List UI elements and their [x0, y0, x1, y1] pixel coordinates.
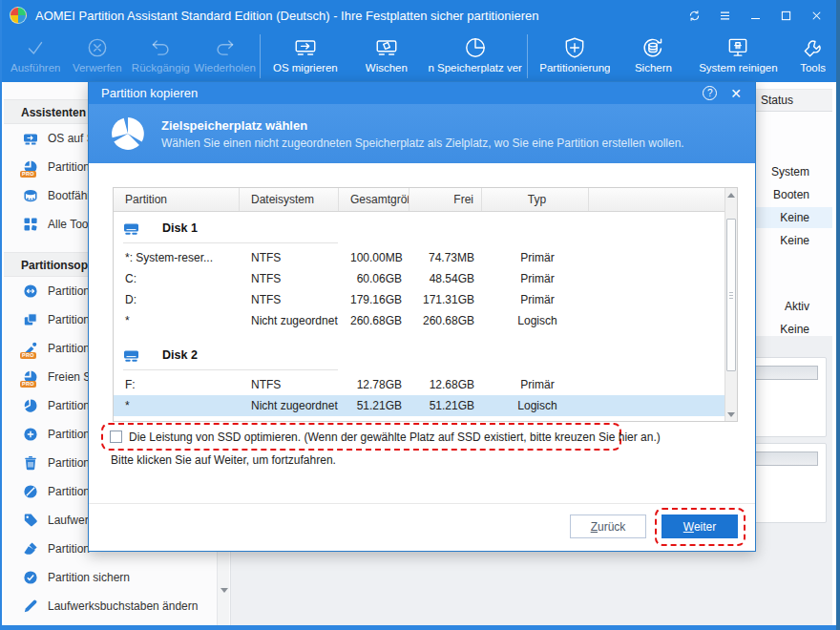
- scroll-down-arrow-icon[interactable]: [220, 588, 228, 593]
- disk-icon: [123, 220, 151, 237]
- toolbar-button-wipe-disk[interactable]: Wischen: [348, 31, 425, 82]
- sidebar-item-label: Partition: [48, 542, 90, 556]
- scroll-down-arrow-icon[interactable]: [725, 408, 737, 421]
- pro-badge: PRO: [20, 171, 36, 178]
- partition-row[interactable]: *Nicht zugeordnet51.21GB51.21GBLogisch: [114, 395, 724, 416]
- delete-icon: [23, 455, 38, 471]
- scroll-up-arrow-icon[interactable]: [725, 188, 737, 201]
- menu-icon[interactable]: [714, 5, 735, 26]
- toolbar-button-migrate-os[interactable]: OS migrieren: [262, 31, 348, 82]
- toolbar-separator: [260, 34, 261, 78]
- sidebar-item-label: Laufwerksbuchstaben ändern: [48, 599, 198, 613]
- partition-cell: Nicht zugeordnet: [240, 399, 339, 412]
- sidebar-item-change-letter[interactable]: Laufwerksbuchstaben ändern: [4, 592, 230, 620]
- dialog-step-subtitle: Wählen Sie einen nicht zugeordneten Spei…: [161, 136, 684, 150]
- partition-row[interactable]: *Nicht zugeordnet260.68GB260.68GBLogisch: [114, 310, 724, 331]
- undo-icon: [148, 33, 173, 62]
- partition-cell: Primär: [482, 378, 589, 391]
- refresh-icon[interactable]: [683, 5, 704, 26]
- sidebar-item-label: Partition: [48, 313, 90, 326]
- sidebar-item-label: Partition: [48, 399, 90, 412]
- partition-cell: 100.00MB: [339, 251, 410, 264]
- pie-chart-icon: [110, 116, 146, 152]
- window-title: AOMEI Partition Assistant Standard Editi…: [35, 9, 538, 23]
- disk-group-row: Disk 2: [114, 339, 724, 364]
- window-bottom-border: [2, 625, 836, 630]
- partition-cell: *: System-reser...: [114, 251, 240, 264]
- toolbar-button-discard: Verwerfen: [66, 31, 129, 82]
- partition-row[interactable]: C:NTFS60.06GB48.54GBPrimär: [114, 268, 724, 289]
- sidebar-item-label: Partition: [48, 485, 90, 498]
- sidebar-item-label: Freien S: [48, 370, 91, 384]
- free-space-icon: PRO: [23, 369, 38, 385]
- group-divider: [123, 242, 338, 243]
- column-header-frei[interactable]: Frei: [410, 188, 482, 211]
- back-button[interactable]: Zurück: [570, 514, 646, 538]
- pro-badge: PRO: [20, 381, 36, 388]
- sidebar-item-backup-pie[interactable]: Partition sichern: [4, 563, 230, 592]
- status-value: Keine: [780, 323, 809, 336]
- scrollbar-thumb[interactable]: [726, 219, 736, 371]
- partition-cell: *: [114, 314, 240, 327]
- toolbar-button-tools-wrench[interactable]: Tools: [789, 31, 836, 82]
- toolbar-button-label: Partitionierung: [539, 62, 610, 74]
- change-letter-icon: [23, 598, 38, 614]
- partition-cell: 60.06GB: [339, 272, 410, 285]
- partition-cell: Primär: [482, 293, 589, 306]
- toolbar-separator: [527, 34, 528, 78]
- wipe-disk-icon: [374, 33, 399, 62]
- toolbar-button-shield-plus[interactable]: Partitionierung: [530, 31, 620, 82]
- toolbar-button-pie-clock[interactable]: n Speicherplatz ver: [425, 31, 526, 82]
- toolbar-button-label: Wischen: [366, 62, 408, 74]
- partition-cell: 260.68GB: [339, 314, 410, 327]
- toolbar-button-execute-check: Ausführen: [6, 31, 66, 82]
- partition-cell: 12.78GB: [339, 378, 410, 391]
- toolbar-button-label: Verwerfen: [73, 62, 122, 74]
- sidebar-item-label: Partition: [48, 342, 90, 355]
- partition-cell: 51.21GB: [339, 399, 410, 412]
- partition-row[interactable]: D:NTFS179.16GB171.31GBPrimär: [114, 289, 724, 310]
- partition-cell: 179.16GB: [339, 293, 410, 306]
- pie-clock-icon: [463, 33, 488, 62]
- ssd-optimize-checkbox[interactable]: [110, 430, 122, 443]
- sidebar-item-label: Partition: [48, 456, 90, 470]
- column-header-typ[interactable]: Typ: [482, 188, 589, 211]
- merge-icon: [23, 312, 38, 327]
- toolbar-button-clean-system[interactable]: System reinigen: [687, 31, 790, 82]
- column-header-partition[interactable]: Partition: [114, 188, 240, 211]
- disk-name: Disk 2: [162, 348, 198, 362]
- partition-row[interactable]: F:NTFS12.78GB12.68GBPrimär: [114, 374, 724, 395]
- column-header-dateisystem[interactable]: Dateisystem: [240, 188, 339, 211]
- help-icon[interactable]: ?: [703, 86, 717, 100]
- minimize-icon[interactable]: [745, 5, 766, 26]
- os-ssd-icon: [23, 131, 38, 146]
- toolbar-button-backup-sync[interactable]: Sichern: [620, 31, 686, 82]
- sidebar-item-label: Partition: [48, 160, 90, 174]
- sidebar-item-label: Partition: [48, 428, 90, 441]
- resize-icon: [23, 284, 38, 299]
- partition-cell: Logisch: [482, 314, 589, 327]
- discard-icon: [85, 33, 110, 62]
- format-icon: [23, 484, 38, 499]
- partition-row[interactable]: *: System-reser...NTFS100.00MB74.73MBPri…: [114, 247, 724, 268]
- toolbar-button-label: Ausführen: [10, 62, 60, 74]
- drive-label-icon: [23, 513, 38, 528]
- window-controls: [683, 5, 836, 26]
- toolbar-button-label: System reinigen: [699, 62, 777, 74]
- copy-icon: [23, 398, 38, 413]
- maximize-icon[interactable]: [775, 5, 796, 26]
- pro-badge: PRO: [20, 352, 36, 359]
- status-value: Booten: [773, 188, 809, 201]
- sidebar-item-label: Partition: [48, 284, 90, 298]
- partition-cell: Primär: [482, 251, 589, 264]
- column-header-empty[interactable]: [589, 188, 737, 211]
- toolbar: AusführenVerwerfenRückgängigWiederholenO…: [2, 31, 836, 82]
- dialog-close-icon[interactable]: ✕: [730, 87, 742, 100]
- close-icon[interactable]: [806, 5, 827, 26]
- execute-check-icon: [23, 33, 48, 62]
- sidebar-item-label: Partition sichern: [48, 571, 130, 584]
- ssd-optimize-label[interactable]: Die Leistung von SSD optimieren. (Wenn d…: [129, 430, 661, 444]
- table-scrollbar[interactable]: [724, 188, 737, 421]
- partition-cell: 260.68GB: [410, 314, 482, 327]
- column-header-gesamtgröße[interactable]: Gesamtgröße: [339, 188, 410, 211]
